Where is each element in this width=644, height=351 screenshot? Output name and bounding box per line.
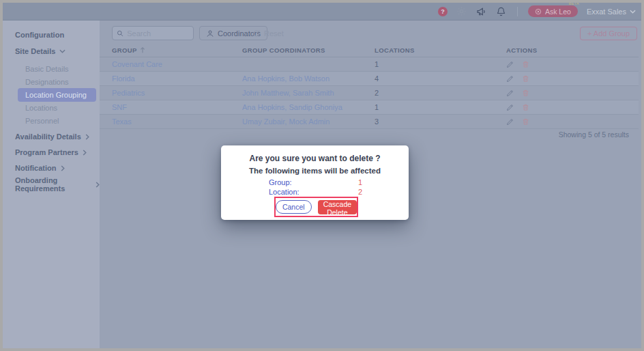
edit-pencil-icon[interactable]	[506, 117, 515, 126]
reset-icon	[252, 29, 261, 38]
actions-cell	[506, 74, 639, 83]
topbar-divider	[517, 7, 518, 16]
edit-pencil-icon[interactable]	[506, 103, 515, 112]
sidebar-item-configuration[interactable]: Configuration	[3, 28, 100, 42]
actions-cell	[506, 89, 639, 98]
table-row: Covenant Care 1	[100, 57, 639, 72]
search-icon	[117, 29, 123, 38]
column-header-group[interactable]: GROUP	[112, 46, 242, 54]
sidebar: Configuration Site Details Basic Details…	[3, 20, 100, 348]
sidebar-item-basic-details[interactable]: Basic Details	[3, 62, 100, 76]
sidebar-item-program-partners[interactable]: Program Partners	[3, 145, 100, 159]
sidebar-item-site-details[interactable]: Site Details	[3, 44, 100, 58]
column-header-coordinators[interactable]: GROUP COORDINATORS	[242, 46, 375, 54]
account-menu[interactable]: Exxat Sales	[587, 8, 636, 16]
modal-subtitle: The following items will be affected	[221, 167, 409, 175]
table-header-row: GROUP GROUP COORDINATORS LOCATIONS ACTIO…	[100, 44, 639, 57]
add-group-button[interactable]: + Add Group	[580, 27, 637, 40]
sidebar-item-location-grouping[interactable]: Location Grouping	[18, 88, 96, 102]
cancel-button[interactable]: Cancel	[276, 200, 312, 214]
affected-item-group: Group: 1	[269, 178, 362, 187]
chevron-down-icon	[630, 10, 636, 14]
delete-trash-icon[interactable]	[522, 60, 531, 69]
edit-pencil-icon[interactable]	[506, 74, 515, 83]
actions-cell	[506, 117, 639, 126]
ask-leo-label: Ask Leo	[545, 8, 571, 16]
delete-trash-icon[interactable]	[522, 117, 531, 126]
coordinators-cell: Ana Hopkins, Sandip Ghoniya	[242, 103, 375, 111]
locations-cell: 1	[375, 60, 506, 68]
app-window: ? Ask Leo BETA Exxat Sales	[0, 0, 644, 351]
coordinators-cell: Ana Hopkins, Bob Watson	[242, 74, 375, 83]
sidebar-item-locations[interactable]: Locations	[3, 101, 100, 115]
sidebar-item-personnel[interactable]: Personnel	[3, 114, 100, 128]
locations-cell: 4	[375, 74, 506, 83]
coordinators-cell: John Matthew, Sarah Smith	[242, 89, 375, 97]
sidebar-item-onboarding-requirements[interactable]: Onboarding Requirements	[3, 178, 100, 191]
search-input[interactable]	[127, 29, 189, 38]
topbar: ? Ask Leo BETA Exxat Sales	[3, 3, 641, 20]
leo-icon	[535, 8, 542, 15]
group-link[interactable]: SNF	[112, 103, 242, 111]
reset-button[interactable]: Reset	[252, 26, 284, 40]
group-link[interactable]: Pediatrics	[112, 89, 242, 97]
locations-cell: 2	[375, 89, 506, 97]
annotation-highlight-box: Cancel Cascade Delete	[274, 197, 358, 217]
beta-badge: BETA	[569, 1, 579, 5]
table-row: Florida Ana Hopkins, Bob Watson 4	[100, 72, 639, 86]
cascade-delete-button[interactable]: Cascade Delete	[318, 200, 357, 214]
delete-trash-icon[interactable]	[522, 103, 531, 112]
help-icon[interactable]: ?	[438, 7, 448, 16]
account-name: Exxat Sales	[587, 8, 626, 16]
bell-icon[interactable]	[496, 6, 507, 17]
table-row: Pediatrics John Matthew, Sarah Smith 2	[100, 86, 639, 100]
group-link[interactable]: Florida	[112, 74, 242, 83]
chevron-down-icon	[59, 49, 65, 53]
actions-cell	[506, 60, 639, 69]
results-summary: Showing 5 of 5 results	[559, 130, 629, 139]
ask-leo-button[interactable]: Ask Leo BETA	[528, 5, 578, 17]
table-row: SNF Ana Hopkins, Sandip Ghoniya 1	[100, 100, 639, 115]
delete-confirmation-modal: Are you sure you want to delete ? The fo…	[221, 145, 409, 220]
person-icon	[206, 29, 214, 38]
chevron-right-icon	[83, 150, 87, 156]
group-link[interactable]: Texas	[112, 117, 242, 126]
actions-cell	[506, 103, 639, 112]
groups-table: GROUP GROUP COORDINATORS LOCATIONS ACTIO…	[100, 44, 639, 129]
edit-pencil-icon[interactable]	[506, 60, 515, 69]
delete-trash-icon[interactable]	[522, 74, 531, 83]
edit-pencil-icon[interactable]	[506, 89, 515, 98]
group-link[interactable]: Covenant Care	[112, 60, 242, 68]
affected-items-list: Group: 1 Location: 2	[269, 178, 362, 197]
sidebar-item-designations[interactable]: Designations	[3, 75, 100, 89]
table-row: Texas Umay Zubair, Mock Admin 3	[100, 115, 639, 129]
sidebar-item-availability-details[interactable]: Availability Details	[3, 130, 100, 143]
chevron-right-icon	[61, 165, 65, 171]
search-box[interactable]	[112, 26, 194, 40]
locations-cell: 3	[375, 117, 506, 126]
modal-title: Are you sure you want to delete ?	[221, 154, 409, 163]
column-header-locations[interactable]: LOCATIONS	[375, 46, 506, 54]
affected-item-location: Location: 2	[269, 187, 362, 197]
sidebar-item-notification[interactable]: Notification	[3, 161, 100, 175]
column-header-actions: ACTIONS	[506, 46, 639, 54]
locations-cell: 1	[375, 103, 506, 111]
megaphone-icon[interactable]	[476, 6, 487, 17]
coordinators-cell: Umay Zubair, Mock Admin	[242, 117, 375, 126]
sort-asc-icon	[140, 47, 145, 53]
delete-trash-icon[interactable]	[522, 89, 531, 98]
chevron-right-icon	[85, 134, 89, 140]
gear-icon[interactable]	[456, 6, 467, 17]
